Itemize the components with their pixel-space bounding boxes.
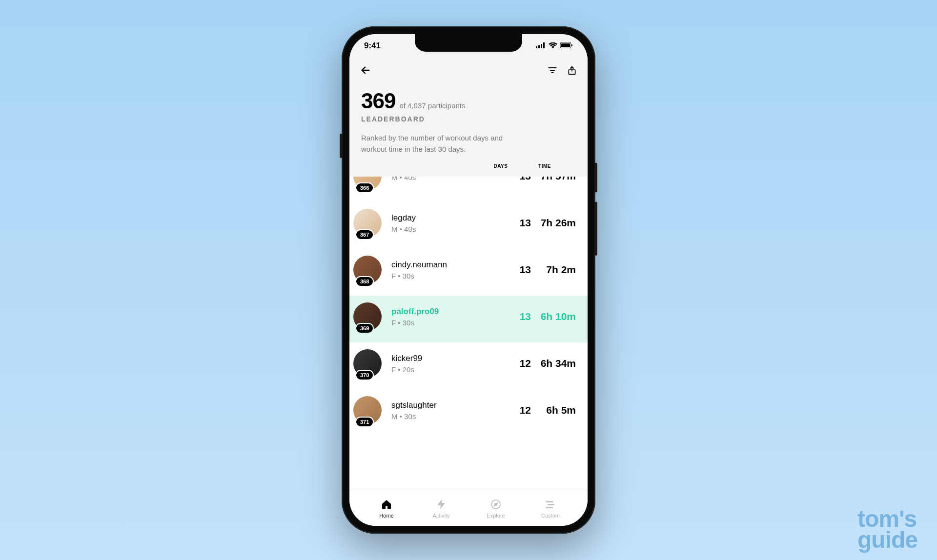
user-meta: F • 30s [391, 319, 511, 327]
tab-activity[interactable]: Activity [414, 498, 468, 519]
tab-label: Home [379, 513, 393, 519]
svg-marker-13 [494, 503, 497, 506]
leaderboard-description: Ranked by the number of workout days and… [361, 133, 517, 155]
time-value: 6h 5m [531, 404, 576, 416]
tab-custom[interactable]: Custom [523, 498, 578, 519]
leaderboard-row[interactable]: 367 legday M • 40s 13 7h 26m [349, 202, 588, 249]
user-info: cindy.neumann F • 30s [386, 260, 511, 280]
user-meta: M • 40s [391, 225, 511, 233]
column-headers: DAYS TIME [361, 163, 576, 169]
leaderboard-header: 369 of 4,037 participants LEADERBOARD Ra… [349, 83, 588, 177]
svg-rect-5 [561, 43, 570, 47]
avatar-wrap: 368 [353, 256, 386, 284]
screen: 9:41 [349, 34, 588, 526]
username: kicker99 [391, 354, 511, 363]
username: sgtslaughter [391, 400, 511, 410]
rank-badge: 371 [355, 417, 374, 427]
days-value: 12 [511, 404, 531, 416]
rank-badge: 367 [355, 229, 374, 240]
user-meta: F • 20s [391, 365, 511, 374]
avatar-wrap: 366 [353, 177, 386, 190]
side-button [594, 163, 597, 192]
user-info: paloff.pro09 F • 30s [386, 307, 511, 327]
phone-frame: 9:41 [342, 26, 595, 534]
user-info: sgtslaughter M • 30s [386, 400, 511, 420]
status-time: 9:41 [364, 41, 381, 51]
user-rank-number: 369 [361, 89, 395, 113]
custom-icon [544, 498, 557, 511]
avatar-wrap: 370 [353, 349, 386, 378]
tab-home[interactable]: Home [359, 498, 414, 519]
back-button[interactable] [360, 65, 371, 76]
days-value: 13 [511, 177, 531, 182]
share-button[interactable] [567, 65, 577, 76]
svg-rect-2 [541, 44, 542, 48]
cellular-signal-icon [536, 41, 546, 51]
rank-badge: 368 [355, 276, 374, 287]
leaderboard-row[interactable]: 371 sgtslaughter M • 30s 12 6h 5m [349, 389, 588, 436]
participants-count: of 4,037 participants [399, 101, 465, 110]
tab-explore[interactable]: Explore [468, 498, 523, 519]
username: paloff.pro09 [391, 307, 511, 317]
side-button [594, 202, 597, 256]
days-value: 12 [511, 358, 531, 369]
svg-rect-1 [538, 45, 540, 48]
rank-badge: 369 [355, 323, 374, 334]
tab-label: Activity [433, 513, 450, 519]
home-icon [380, 498, 393, 511]
user-meta: F • 30s [391, 272, 511, 280]
svg-rect-15 [548, 504, 554, 505]
tab-bar: Home Activity Explore Custom [349, 491, 588, 526]
watermark-line2: guide [857, 529, 917, 550]
username: cindy.neumann [391, 260, 511, 270]
side-button [340, 134, 343, 158]
svg-rect-6 [571, 44, 572, 46]
svg-rect-0 [536, 46, 537, 48]
activity-icon [435, 498, 448, 511]
wifi-icon [549, 41, 557, 51]
leaderboard-row[interactable]: 368 cindy.neumann F • 30s 13 7h 2m [349, 249, 588, 296]
time-column-header: TIME [525, 163, 564, 169]
time-value: 6h 10m [531, 311, 576, 322]
svg-rect-3 [543, 42, 545, 48]
days-value: 13 [511, 311, 531, 322]
avatar-wrap: 371 [353, 396, 386, 424]
filter-button[interactable] [548, 65, 557, 75]
tab-label: Explore [487, 513, 505, 519]
leaderboard-row[interactable]: 369 paloff.pro09 F • 30s 13 6h 10m [349, 296, 588, 342]
user-meta: M • 40s [391, 177, 511, 181]
avatar-wrap: 369 [353, 302, 386, 331]
leaderboard-list[interactable]: 366 M • 40s 13 7h 57m 367 legday M • 40s… [349, 177, 588, 491]
time-value: 7h 57m [531, 177, 576, 182]
user-info: legday M • 40s [386, 213, 511, 233]
days-column-header: DAYS [491, 163, 510, 169]
nav-bar [349, 58, 588, 83]
phone-notch [415, 34, 522, 52]
user-info: kicker99 F • 20s [386, 354, 511, 374]
watermark-logo: tom's guide [857, 508, 917, 550]
explore-icon [489, 498, 502, 511]
time-value: 6h 34m [531, 358, 576, 369]
rank-badge: 370 [355, 370, 374, 380]
username: legday [391, 213, 511, 223]
section-title: LEADERBOARD [361, 115, 576, 123]
tab-label: Custom [541, 513, 560, 519]
user-meta: M • 30s [391, 412, 511, 420]
time-value: 7h 2m [531, 264, 576, 276]
svg-rect-14 [546, 501, 553, 502]
svg-rect-16 [546, 507, 553, 508]
days-value: 13 [511, 264, 531, 276]
user-info: M • 40s [386, 177, 511, 181]
leaderboard-row[interactable]: 366 M • 40s 13 7h 57m [349, 177, 588, 202]
leaderboard-row[interactable]: 370 kicker99 F • 20s 12 6h 34m [349, 342, 588, 389]
battery-icon [560, 41, 573, 51]
rank-badge: 366 [355, 182, 374, 193]
time-value: 7h 26m [531, 217, 576, 229]
avatar-wrap: 367 [353, 209, 386, 237]
status-icons [536, 41, 573, 51]
days-value: 13 [511, 217, 531, 229]
